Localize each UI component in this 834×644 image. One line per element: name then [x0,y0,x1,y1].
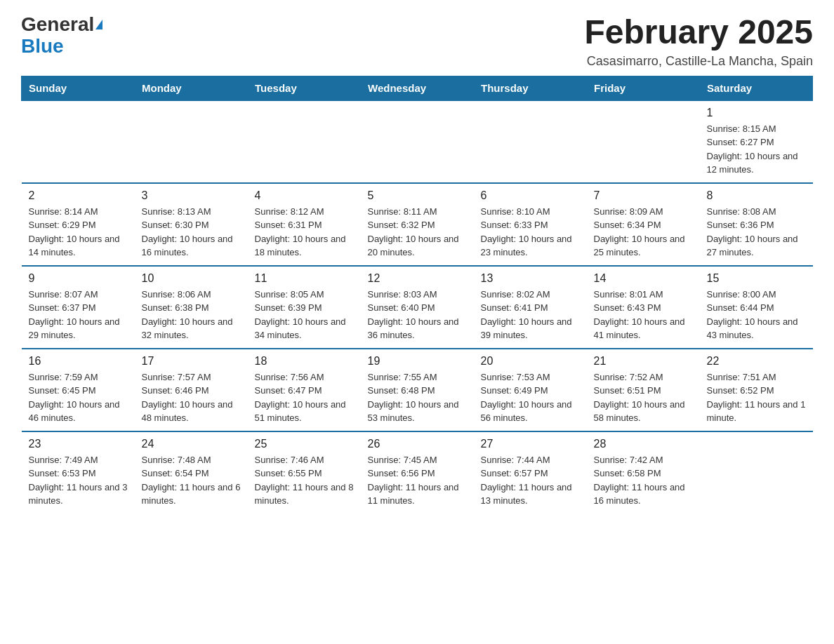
day-number: 17 [142,355,241,368]
day-number: 27 [481,438,580,450]
title-area: February 2025 Casasimarro, Castille-La M… [584,14,813,69]
day-info: Sunrise: 8:01 AM Sunset: 6:43 PM Dayligh… [594,288,693,342]
day-info: Sunrise: 8:00 AM Sunset: 6:44 PM Dayligh… [707,288,806,342]
calendar-cell [700,431,813,514]
day-number: 7 [594,189,693,202]
calendar-cell: 3Sunrise: 8:13 AM Sunset: 6:30 PM Daylig… [135,183,248,266]
weekday-header-wednesday: Wednesday [361,76,474,100]
subtitle: Casasimarro, Castille-La Mancha, Spain [584,54,813,69]
day-info: Sunrise: 7:51 AM Sunset: 6:52 PM Dayligh… [707,370,806,425]
day-number: 10 [142,272,241,285]
day-number: 26 [368,438,467,450]
day-number: 12 [368,272,467,285]
day-number: 4 [255,189,354,202]
day-info: Sunrise: 8:09 AM Sunset: 6:34 PM Dayligh… [594,205,693,260]
calendar: SundayMondayTuesdayWednesdayThursdayFrid… [21,76,813,514]
calendar-cell: 8Sunrise: 8:08 AM Sunset: 6:36 PM Daylig… [700,183,813,266]
calendar-cell: 10Sunrise: 8:06 AM Sunset: 6:38 PM Dayli… [135,266,248,349]
day-number: 9 [29,272,128,285]
day-info: Sunrise: 7:59 AM Sunset: 6:45 PM Dayligh… [29,370,128,425]
calendar-cell: 16Sunrise: 7:59 AM Sunset: 6:45 PM Dayli… [22,349,135,431]
day-info: Sunrise: 7:56 AM Sunset: 6:47 PM Dayligh… [255,370,354,425]
day-info: Sunrise: 8:12 AM Sunset: 6:31 PM Dayligh… [255,205,354,260]
calendar-cell [22,100,135,183]
day-info: Sunrise: 7:49 AM Sunset: 6:53 PM Dayligh… [29,453,128,508]
day-number: 18 [255,355,354,368]
week-row-4: 16Sunrise: 7:59 AM Sunset: 6:45 PM Dayli… [22,349,813,431]
logo-blue: Blue [21,36,64,58]
day-info: Sunrise: 8:11 AM Sunset: 6:32 PM Dayligh… [368,205,467,260]
calendar-cell: 11Sunrise: 8:05 AM Sunset: 6:39 PM Dayli… [248,266,361,349]
day-number: 14 [594,272,693,285]
calendar-cell: 5Sunrise: 8:11 AM Sunset: 6:32 PM Daylig… [361,183,474,266]
day-number: 21 [594,355,693,368]
day-info: Sunrise: 7:57 AM Sunset: 6:46 PM Dayligh… [142,370,241,425]
calendar-cell: 18Sunrise: 7:56 AM Sunset: 6:47 PM Dayli… [248,349,361,431]
day-info: Sunrise: 8:10 AM Sunset: 6:33 PM Dayligh… [481,205,580,260]
day-number: 11 [255,272,354,285]
calendar-cell: 6Sunrise: 8:10 AM Sunset: 6:33 PM Daylig… [474,183,587,266]
day-number: 19 [368,355,467,368]
calendar-cell: 7Sunrise: 8:09 AM Sunset: 6:34 PM Daylig… [587,183,700,266]
day-info: Sunrise: 7:52 AM Sunset: 6:51 PM Dayligh… [594,370,693,425]
calendar-cell [248,100,361,183]
day-number: 28 [594,438,693,450]
day-info: Sunrise: 7:53 AM Sunset: 6:49 PM Dayligh… [481,370,580,425]
weekday-header-monday: Monday [135,76,248,100]
calendar-cell: 20Sunrise: 7:53 AM Sunset: 6:49 PM Dayli… [474,349,587,431]
day-number: 8 [707,189,806,202]
calendar-cell: 24Sunrise: 7:48 AM Sunset: 6:54 PM Dayli… [135,431,248,514]
day-number: 5 [368,189,467,202]
calendar-cell: 9Sunrise: 8:07 AM Sunset: 6:37 PM Daylig… [22,266,135,349]
calendar-cell: 27Sunrise: 7:44 AM Sunset: 6:57 PM Dayli… [474,431,587,514]
day-number: 23 [29,438,128,450]
day-info: Sunrise: 7:48 AM Sunset: 6:54 PM Dayligh… [142,453,241,508]
day-number: 16 [29,355,128,368]
day-info: Sunrise: 7:55 AM Sunset: 6:48 PM Dayligh… [368,370,467,425]
day-info: Sunrise: 8:02 AM Sunset: 6:41 PM Dayligh… [481,288,580,342]
header: General Blue February 2025 Casasimarro, … [21,14,813,69]
day-info: Sunrise: 8:06 AM Sunset: 6:38 PM Dayligh… [142,288,241,342]
logo-general: General [21,14,94,36]
weekday-header-saturday: Saturday [700,76,813,100]
calendar-cell: 1Sunrise: 8:15 AM Sunset: 6:27 PM Daylig… [700,100,813,183]
day-info: Sunrise: 7:44 AM Sunset: 6:57 PM Dayligh… [481,453,580,508]
day-number: 13 [481,272,580,285]
day-info: Sunrise: 7:42 AM Sunset: 6:58 PM Dayligh… [594,453,693,508]
week-row-2: 2Sunrise: 8:14 AM Sunset: 6:29 PM Daylig… [22,183,813,266]
day-info: Sunrise: 8:07 AM Sunset: 6:37 PM Dayligh… [29,288,128,342]
week-row-3: 9Sunrise: 8:07 AM Sunset: 6:37 PM Daylig… [22,266,813,349]
day-info: Sunrise: 8:03 AM Sunset: 6:40 PM Dayligh… [368,288,467,342]
day-info: Sunrise: 7:45 AM Sunset: 6:56 PM Dayligh… [368,453,467,508]
calendar-cell [361,100,474,183]
day-info: Sunrise: 7:46 AM Sunset: 6:55 PM Dayligh… [255,453,354,508]
day-info: Sunrise: 8:15 AM Sunset: 6:27 PM Dayligh… [707,122,806,177]
day-number: 3 [142,189,241,202]
weekday-header-sunday: Sunday [22,76,135,100]
calendar-cell: 12Sunrise: 8:03 AM Sunset: 6:40 PM Dayli… [361,266,474,349]
weekday-header-thursday: Thursday [474,76,587,100]
weekday-header-row: SundayMondayTuesdayWednesdayThursdayFrid… [22,76,813,100]
calendar-cell: 4Sunrise: 8:12 AM Sunset: 6:31 PM Daylig… [248,183,361,266]
calendar-cell: 23Sunrise: 7:49 AM Sunset: 6:53 PM Dayli… [22,431,135,514]
day-number: 25 [255,438,354,450]
calendar-cell: 22Sunrise: 7:51 AM Sunset: 6:52 PM Dayli… [700,349,813,431]
calendar-cell: 25Sunrise: 7:46 AM Sunset: 6:55 PM Dayli… [248,431,361,514]
calendar-cell: 26Sunrise: 7:45 AM Sunset: 6:56 PM Dayli… [361,431,474,514]
day-number: 22 [707,355,806,368]
calendar-cell: 19Sunrise: 7:55 AM Sunset: 6:48 PM Dayli… [361,349,474,431]
page-title: February 2025 [584,14,813,51]
logo: General Blue [21,14,102,58]
day-number: 2 [29,189,128,202]
calendar-cell [587,100,700,183]
calendar-cell: 21Sunrise: 7:52 AM Sunset: 6:51 PM Dayli… [587,349,700,431]
calendar-cell: 15Sunrise: 8:00 AM Sunset: 6:44 PM Dayli… [700,266,813,349]
calendar-cell [474,100,587,183]
day-number: 20 [481,355,580,368]
calendar-cell: 17Sunrise: 7:57 AM Sunset: 6:46 PM Dayli… [135,349,248,431]
calendar-cell: 2Sunrise: 8:14 AM Sunset: 6:29 PM Daylig… [22,183,135,266]
logo-triangle-icon [95,20,102,29]
day-number: 24 [142,438,241,450]
day-number: 15 [707,272,806,285]
weekday-header-friday: Friday [587,76,700,100]
